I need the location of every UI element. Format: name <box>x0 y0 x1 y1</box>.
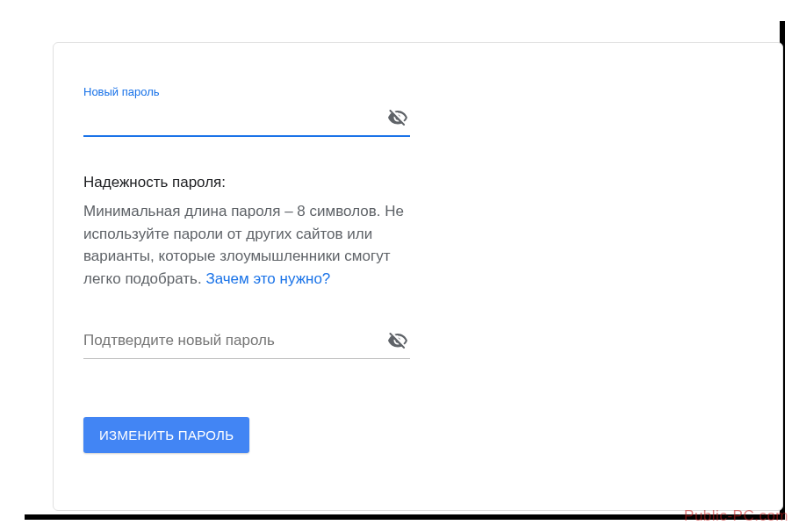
visibility-off-icon[interactable] <box>387 107 408 128</box>
outer-shadow-frame: Новый пароль Надежность пароля: Минималь… <box>19 16 780 514</box>
watermark-text: Public-PC.com <box>684 507 788 525</box>
new-password-input[interactable] <box>83 104 410 135</box>
change-password-button[interactable]: ИЗМЕНИТЬ ПАРОЛЬ <box>83 417 249 453</box>
visibility-off-icon[interactable] <box>387 330 408 351</box>
strength-description: Минимальная длина пароля – 8 символов. Н… <box>83 200 410 290</box>
new-password-label: Новый пароль <box>83 85 410 98</box>
confirm-password-row <box>83 327 410 359</box>
confirm-password-group <box>83 327 410 359</box>
new-password-row <box>83 104 410 137</box>
why-needed-link[interactable]: Зачем это нужно? <box>205 270 330 287</box>
password-strength-block: Надежность пароля: Минимальная длина пар… <box>83 174 410 290</box>
strength-title: Надежность пароля: <box>83 174 410 191</box>
new-password-group: Новый пароль <box>83 85 410 137</box>
confirm-password-input[interactable] <box>83 327 410 358</box>
password-change-card: Новый пароль Надежность пароля: Минималь… <box>53 42 783 511</box>
